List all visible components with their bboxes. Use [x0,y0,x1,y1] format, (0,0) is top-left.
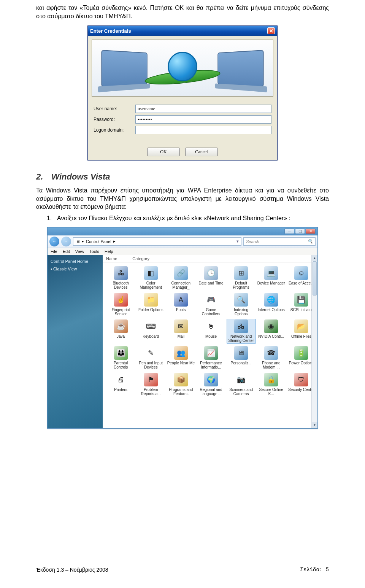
cancel-button[interactable]: Cancel [185,148,218,156]
cp-item[interactable]: ⌨Keyboard [136,319,165,344]
close-icon: ✕ [269,28,273,34]
cp-item[interactable]: ⊞Default Programs [227,265,256,291]
item-icon: 🖥 [234,346,248,360]
cp-item[interactable]: ◧Color Management [136,265,165,291]
nav-back-button[interactable]: ← [49,237,59,246]
cp-item[interactable]: 📈Performance Informatio... [196,345,225,370]
domain-label: Logon domain: [94,127,135,133]
item-label: Phone and Modem ... [257,361,285,370]
maximize-button[interactable]: ▢ [295,229,305,234]
cp-item[interactable]: 🎮Game Controllers [196,292,225,317]
cp-item[interactable]: 👥People Near Me [166,345,195,370]
step-number: 1. [47,215,52,221]
minimize-icon: ─ [288,229,290,233]
cp-item[interactable]: 🔍Indexing Options [227,292,256,317]
cp-item[interactable]: 📁Folder Options [136,292,165,317]
item-icon: 🌍 [204,373,218,386]
cp-item[interactable]: 📦Programs and Features [166,372,195,397]
scroll-down-icon[interactable]: ▼ [312,422,317,428]
cp-item[interactable]: 👪Parental Controls [106,345,135,370]
item-label: Fonts [176,308,186,312]
password-input[interactable] [135,115,271,124]
cp-item[interactable]: ✉Mail [166,319,195,344]
item-label: Problem Reports a... [137,388,165,396]
cp-item[interactable]: AFonts [166,292,195,317]
username-label: User name: [94,106,135,111]
item-label: Scanners and Cameras [227,388,255,396]
intro-paragraph: και αφήστε τον «Τομέα σύνδεσης» κενό. Πα… [36,4,329,20]
scrollbar[interactable]: ▲ ▼ [311,255,317,428]
item-icon: ◧ [144,266,158,280]
credentials-dialog: Enter Credentials ✕ User name: Password:… [87,25,278,161]
cp-item[interactable]: ☎Phone and Modem ... [257,345,286,370]
dialog-banner [92,40,273,97]
cp-item[interactable]: 📷Scanners and Cameras [227,372,256,397]
item-icon: 🔍 [234,293,248,307]
item-label: Mouse [205,334,217,339]
address-bar[interactable]: 🖥 ▸ Control Panel ▸ ▾ [73,237,241,246]
cp-item[interactable]: 🖨Printers [106,372,135,397]
cp-item[interactable]: ◉NVIDIA Contr... [257,319,286,344]
cp-item[interactable]: 🖧Bluetooth Devices [106,265,135,291]
menu-item-view[interactable]: View [75,249,84,254]
minimize-button[interactable]: ─ [284,229,294,234]
cp-item[interactable]: 🌐Internet Options [257,292,286,317]
item-icon: 🖨 [114,373,128,386]
sidebar: Control Panel Home Classic View [48,255,103,428]
window-titlebar: ─ ▢ ✕ [48,227,317,235]
chevron-right-icon: ▸ [82,239,84,244]
sidebar-heading[interactable]: Control Panel Home [51,259,100,264]
menu-item-file[interactable]: File [51,249,57,254]
item-label: Performance Informatio... [197,361,225,370]
domain-input[interactable] [135,126,271,134]
arrow-right-icon: → [64,239,68,244]
item-icon: 🕓 [204,266,218,280]
item-label: Fingerprint Sensor [107,308,135,316]
page-footer: Έκδοση 1.3 – Νοέμβριος 2008 Σελίδα: 5 [36,565,329,573]
dropdown-icon: ▾ [236,239,239,244]
item-label: Security Center [288,388,314,392]
close-button[interactable]: ✕ [267,27,275,34]
cp-item[interactable]: 🕓Date and Time [196,265,225,291]
maximize-icon: ▢ [298,229,302,233]
step-1: 1. Ανοίξτε τον Πίνακα Ελέγχου και επιλέξ… [47,215,329,222]
column-name[interactable]: Name [106,256,117,261]
cp-item[interactable]: ✎Pen and Input Devices [136,345,165,370]
cp-item[interactable]: 🌍Regional and Language ... [196,372,225,397]
password-label: Password: [94,117,135,122]
item-label: Default Programs [227,281,255,290]
cp-item[interactable]: 💻Device Manager [257,265,286,291]
item-icon: ☎ [264,346,278,360]
cp-item[interactable]: 🔗Connection Manager_ [166,265,195,291]
search-input[interactable]: Search 🔍 [243,237,316,246]
item-label: Parental Controls [107,361,135,370]
window-close-button[interactable]: ✕ [306,229,316,234]
scroll-thumb[interactable] [313,261,317,296]
sidebar-item-classic-view[interactable]: Classic View [51,266,100,272]
item-icon: A [174,293,188,307]
menu-item-help[interactable]: Help [105,249,113,254]
username-input[interactable] [135,105,271,113]
cp-item[interactable]: 🔒Secure Online K... [257,372,286,397]
menu-item-edit[interactable]: Edit [63,249,70,254]
item-icon: ☕ [114,319,128,333]
cp-item[interactable]: 🖥Personaliz... [227,345,256,370]
item-label: Keyboard [143,334,159,339]
item-label: Bluetooth Devices [107,281,135,290]
cp-item[interactable]: 🖧Network and Sharing Center [227,319,256,344]
item-label: Regional and Language ... [197,388,225,396]
cp-item[interactable]: ☝Fingerprint Sensor [106,292,135,317]
cp-item[interactable]: ☕Java [106,319,135,344]
column-category[interactable]: Category [132,256,149,261]
scroll-up-icon[interactable]: ▲ [312,255,317,261]
item-icon: ⚑ [144,373,158,386]
item-label: Programs and Features [167,388,195,396]
content-area: Name Category 🖧Bluetooth Devices◧Color M… [103,255,317,428]
item-icon: ☺ [294,266,308,280]
item-icon: ✉ [174,319,188,333]
nav-forward-button[interactable]: → [61,237,71,246]
cp-item[interactable]: ⚑Problem Reports a... [136,372,165,397]
ok-button[interactable]: OK [147,148,180,156]
menu-item-tools[interactable]: Tools [89,249,99,254]
cp-item[interactable]: 🖱Mouse [196,319,225,344]
